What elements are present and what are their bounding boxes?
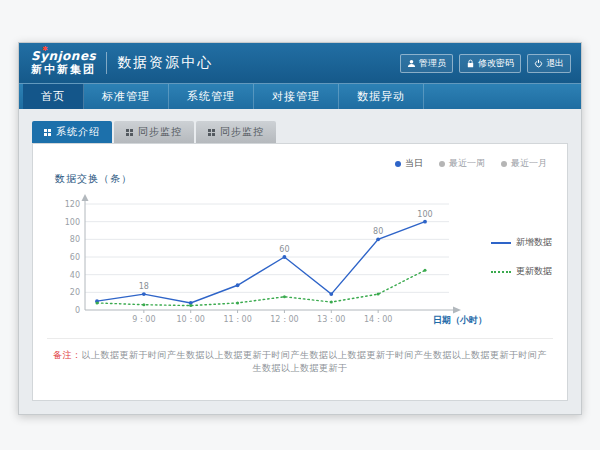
svg-text:13：00: 13：00 [317,315,345,324]
nav-item-system-mgmt[interactable]: 系统管理 [169,84,254,109]
tab-label: 系统介绍 [56,125,100,139]
nav-item-label: 数据异动 [357,89,405,104]
legend-label: 最近一月 [511,157,547,170]
tab-system-intro[interactable]: 系统介绍 [32,121,112,143]
svg-text:日期（小时）: 日期（小时） [433,315,487,325]
chart-panel: 当日 最近一周 最近一月 数据交换（条） 0204060801001209：00… [32,143,568,401]
legend-dot [501,161,507,167]
change-password-label: 修改密码 [478,57,514,70]
note-text: 以上数据更新于时间产生数据以上数据更新于时间产生数据以上数据更新于时间产生数据以… [82,350,548,373]
nav-item-label: 系统管理 [187,89,235,104]
chart-row: 0204060801001209：0010：0011：0012：0013：001… [51,188,553,338]
svg-text:12：00: 12：00 [270,315,298,324]
svg-text:120: 120 [65,200,80,209]
logout-label: 退出 [546,57,564,70]
svg-text:11：00: 11：00 [223,315,251,324]
brand-name: Synjones [31,50,96,63]
svg-text:14：00: 14：00 [364,315,392,324]
note-prefix: 备注： [53,350,82,360]
svg-text:40: 40 [70,271,80,280]
period-legend: 当日 最近一周 最近一月 [395,157,547,170]
grid-icon [44,129,51,136]
legend-dot [395,161,401,167]
nav-item-standard-mgmt[interactable]: 标准管理 [84,84,169,109]
brand-star-icon: ✱ [42,46,48,54]
tab-sync-monitor-2[interactable]: 同步监控 [196,121,276,143]
dotted-line-icon [491,271,511,273]
svg-text:0: 0 [75,306,80,315]
y-axis-title: 数据交换（条） [55,172,553,186]
tab-label: 同步监控 [220,125,264,139]
power-icon [534,59,543,68]
tab-bar: 系统介绍 同步监控 同步监控 [32,121,568,143]
brand-name-cn: 新中新集团 [31,64,96,76]
svg-text:20: 20 [70,288,80,297]
solid-line-icon [491,242,511,244]
nav-item-label: 对接管理 [272,89,320,104]
svg-text:9：00: 9：00 [132,315,155,324]
svg-text:80: 80 [70,235,80,244]
svg-text:60: 60 [279,245,289,254]
legend-top-item[interactable]: 最近一月 [501,157,547,170]
content-area: 系统介绍 同步监控 同步监控 当日 最近一周 最近一月 数据交换（条） 0204… [19,109,581,414]
svg-text:18: 18 [139,282,149,291]
top-header: ✱ Synjones 新中新集团 数据资源中心 管理员 修改密码 退出 [19,43,581,83]
legend-label: 当日 [405,157,423,170]
page-title: 数据资源中心 [117,54,213,72]
admin-user-label: 管理员 [419,57,446,70]
logout-button[interactable]: 退出 [527,54,571,73]
nav-item-docking-mgmt[interactable]: 对接管理 [254,84,339,109]
app-window: ✱ Synjones 新中新集团 数据资源中心 管理员 修改密码 退出 首页 标… [18,42,582,415]
line-chart: 0204060801001209：0010：0011：0012：0013：001… [51,188,491,338]
grid-icon [126,129,133,136]
series-legend-item[interactable]: 新增数据 [491,236,552,249]
footer-note: 备注：以上数据更新于时间产生数据以上数据更新于时间产生数据以上数据更新于时间产生… [47,338,553,403]
legend-top-item[interactable]: 当日 [395,157,423,170]
svg-text:100: 100 [65,218,80,227]
main-nav: 首页 标准管理 系统管理 对接管理 数据异动 [19,83,581,109]
tab-sync-monitor-1[interactable]: 同步监控 [114,121,194,143]
series-label: 更新数据 [516,265,552,278]
change-password-button[interactable]: 修改密码 [459,54,521,73]
header-divider [106,52,107,74]
series-legend-item[interactable]: 更新数据 [491,265,552,278]
nav-item-data-change[interactable]: 数据异动 [339,84,424,109]
tab-label: 同步监控 [138,125,182,139]
grid-icon [208,129,215,136]
lock-icon [466,59,475,68]
legend-label: 最近一周 [449,157,485,170]
user-area: 管理员 修改密码 退出 [400,54,571,73]
legend-top-item[interactable]: 最近一周 [439,157,485,170]
admin-user-button[interactable]: 管理员 [400,54,453,73]
series-label: 新增数据 [516,236,552,249]
nav-item-label: 标准管理 [102,89,150,104]
nav-item-home[interactable]: 首页 [23,84,84,109]
series-legend: 新增数据 更新数据 [491,188,552,338]
svg-text:80: 80 [373,227,383,236]
nav-item-label: 首页 [41,89,65,104]
svg-text:100: 100 [417,210,432,219]
legend-dot [439,161,445,167]
brand-logo[interactable]: ✱ Synjones 新中新集团 [29,50,96,75]
svg-text:60: 60 [70,253,80,262]
svg-text:10：00: 10：00 [177,315,205,324]
user-icon [407,59,416,68]
